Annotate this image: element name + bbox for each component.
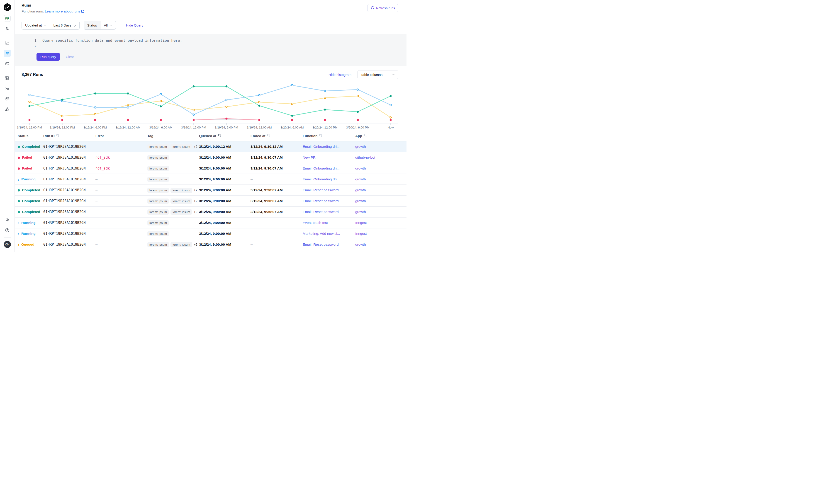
data-point-running[interactable] xyxy=(29,94,30,96)
app-link[interactable]: github-pr-bot xyxy=(355,155,375,159)
data-point-queued[interactable] xyxy=(225,106,227,108)
data-point-completed[interactable] xyxy=(61,99,63,101)
dev-server-icon[interactable] xyxy=(4,216,11,223)
metrics-icon[interactable] xyxy=(4,39,11,46)
table-row[interactable]: Running01HRPT19RJSA1019B2GN–lorem: ipsum… xyxy=(15,218,406,228)
tags-more-count[interactable]: +2 xyxy=(194,199,197,203)
data-point-running[interactable] xyxy=(324,90,326,92)
app-link[interactable]: growth xyxy=(355,177,366,181)
data-point-queued[interactable] xyxy=(390,117,391,119)
data-point-failed[interactable] xyxy=(357,119,359,121)
data-point-completed[interactable] xyxy=(225,85,227,87)
data-point-queued[interactable] xyxy=(357,95,359,97)
time-range-select[interactable]: Last 3 Days xyxy=(50,21,79,29)
app-link[interactable]: growth xyxy=(355,145,366,148)
query-editor[interactable]: 1 Query specific function data and event… xyxy=(15,34,406,66)
data-point-queued[interactable] xyxy=(258,101,260,103)
data-point-completed[interactable] xyxy=(127,92,129,95)
app-link[interactable]: growth xyxy=(355,188,366,192)
runs-icon[interactable] xyxy=(4,50,11,57)
windows-icon[interactable] xyxy=(4,95,11,102)
data-point-queued[interactable] xyxy=(160,100,162,102)
function-link[interactable]: Email: Reset password xyxy=(303,210,339,214)
apps-icon[interactable] xyxy=(4,74,11,82)
hide-histogram-link[interactable]: Hide histogram xyxy=(328,73,351,77)
data-point-running[interactable] xyxy=(127,107,129,108)
app-link[interactable]: growth xyxy=(355,166,366,170)
data-point-completed[interactable] xyxy=(160,105,162,107)
app-link[interactable]: growth xyxy=(355,242,366,246)
refresh-runs-button[interactable]: Refresh runs xyxy=(367,4,398,12)
help-icon[interactable] xyxy=(4,227,11,234)
workspace-avatar[interactable]: PR xyxy=(4,15,11,22)
data-point-failed[interactable] xyxy=(291,119,293,121)
function-link[interactable]: New PR xyxy=(303,155,315,159)
column-header-run-id[interactable]: Run ID xyxy=(43,134,95,138)
table-row[interactable]: Completed01HRPT19RJSA1019B2GN–lorem: ips… xyxy=(15,185,406,196)
data-point-failed[interactable] xyxy=(160,119,162,121)
app-link[interactable]: growth xyxy=(355,199,366,203)
function-link[interactable]: Marketing: Add new si... xyxy=(303,232,340,235)
data-point-queued[interactable] xyxy=(291,103,293,105)
data-point-failed[interactable] xyxy=(193,119,195,121)
table-row[interactable]: Running01HRPT19RJSA1019B2GN–lorem: ipsum… xyxy=(15,174,406,185)
data-point-failed[interactable] xyxy=(127,119,129,121)
table-row[interactable]: Completed01HRPT19RJSA1019B2GN–lorem: ips… xyxy=(15,196,406,207)
app-link[interactable]: growth xyxy=(355,210,366,214)
data-point-completed[interactable] xyxy=(193,85,195,87)
table-row[interactable]: Completed01HRPT19RJSA1019B2GN–lorem: ips… xyxy=(15,141,406,152)
function-link[interactable]: Email: Onboarding dri... xyxy=(303,166,339,170)
tags-more-count[interactable]: +2 xyxy=(194,188,197,192)
table-row[interactable]: Cancelled01HRPT19RJSA1019B2GN–lorem: ips… xyxy=(15,250,406,252)
data-point-running[interactable] xyxy=(160,93,162,95)
data-point-completed[interactable] xyxy=(94,92,96,95)
time-field-select[interactable]: Updated at xyxy=(22,21,50,29)
data-point-running[interactable] xyxy=(258,95,260,96)
data-point-running[interactable] xyxy=(94,107,96,108)
user-avatar[interactable]: CN xyxy=(4,241,11,248)
data-point-failed[interactable] xyxy=(390,119,392,121)
app-link[interactable]: Inngest xyxy=(355,232,367,235)
sort-icon[interactable] xyxy=(267,134,270,138)
function-link[interactable]: Email: Reset password xyxy=(303,188,339,192)
table-row[interactable]: Failed01HRPT19RJSA1019B2GNnot_sdklorem: … xyxy=(15,163,406,174)
data-point-completed[interactable] xyxy=(258,105,260,107)
column-header-app[interactable]: App xyxy=(355,134,406,138)
clear-query-button[interactable]: Clear xyxy=(66,55,74,59)
data-point-queued[interactable] xyxy=(193,109,194,111)
webhook-icon[interactable] xyxy=(4,106,11,113)
table-row[interactable]: Failed01HRPT19RJSA1019B2GNnot_sdklorem: … xyxy=(15,152,406,163)
hide-query-link[interactable]: Hide Query xyxy=(126,23,143,27)
event-search-icon[interactable] xyxy=(4,60,11,67)
sort-icon[interactable] xyxy=(319,134,322,138)
status-filter-select[interactable]: All xyxy=(100,21,116,29)
sort-icon[interactable] xyxy=(218,134,221,138)
learn-more-link[interactable]: Learn more about runs xyxy=(45,9,85,13)
sort-icon[interactable] xyxy=(56,134,60,138)
data-point-running[interactable] xyxy=(357,89,359,90)
data-point-queued[interactable] xyxy=(324,97,326,99)
data-point-failed[interactable] xyxy=(324,119,326,121)
filters-icon[interactable] xyxy=(4,25,11,32)
tags-more-count[interactable]: +2 xyxy=(194,210,197,214)
tags-more-count[interactable]: +2 xyxy=(194,145,197,148)
data-point-queued[interactable] xyxy=(29,101,30,103)
tags-more-count[interactable]: +2 xyxy=(194,243,197,246)
data-point-completed[interactable] xyxy=(324,109,326,111)
table-row[interactable]: Queued01HRPT19RJSA1019B2GN–lorem: ipsuml… xyxy=(15,239,406,250)
table-row[interactable]: Running01HRPT19RJSA1019B2GN–lorem: ipsum… xyxy=(15,228,406,239)
function-link[interactable]: Event batch test xyxy=(303,221,328,225)
data-point-completed[interactable] xyxy=(29,105,31,107)
table-row[interactable]: Completed01HRPT19RJSA1019B2GN–lorem: ips… xyxy=(15,207,406,218)
data-point-completed[interactable] xyxy=(390,95,392,97)
data-point-running[interactable] xyxy=(390,104,391,106)
data-point-running[interactable] xyxy=(193,114,194,116)
sort-icon[interactable] xyxy=(364,134,367,138)
data-point-failed[interactable] xyxy=(258,119,260,121)
column-header-queued-at[interactable]: Queued at xyxy=(199,134,250,138)
column-header-ended-at[interactable]: Ended at xyxy=(250,134,303,138)
data-point-queued[interactable] xyxy=(61,115,63,117)
data-point-failed[interactable] xyxy=(29,119,31,121)
data-point-failed[interactable] xyxy=(225,118,227,120)
data-point-running[interactable] xyxy=(225,99,227,101)
